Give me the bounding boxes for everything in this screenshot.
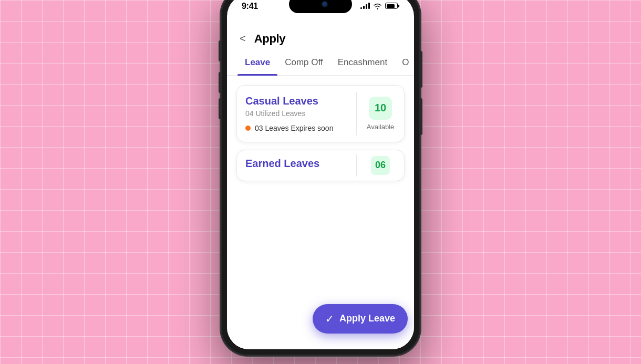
cards-list: Casual Leaves 04 Utilized Leaves 03 Leav… [227, 76, 414, 181]
page-title: Apply [254, 32, 286, 46]
phone-frame: 9:41 [221, 0, 420, 356]
checkmark-icon: ✓ [325, 313, 334, 325]
battery-icon [385, 3, 399, 9]
back-button[interactable]: < [240, 33, 246, 45]
earned-leaves-card[interactable]: Earned Leaves 06 [236, 150, 405, 181]
tab-leave[interactable]: Leave [237, 52, 277, 75]
status-icons [360, 3, 399, 9]
status-time: 9:41 [242, 2, 258, 11]
signal-icon [360, 3, 370, 9]
casual-leaves-title: Casual Leaves [245, 95, 348, 107]
casual-utilized: 04 Utilized Leaves [245, 109, 348, 118]
expiry-row: 03 Leaves Expires soon [245, 124, 348, 132]
phone-mockup: 9:41 [210, 0, 431, 364]
earned-leaves-info: Earned Leaves [237, 150, 356, 181]
expiry-text: 03 Leaves Expires soon [255, 124, 333, 132]
content-area: < Apply Leave Comp Off Encashment Opt [227, 24, 414, 349]
phone-screen: 9:41 [227, 0, 414, 349]
tab-options[interactable]: Optio [395, 52, 409, 75]
earned-available: 06 [357, 150, 404, 181]
casual-available: 10 Available [357, 86, 404, 142]
earned-leaves-title: Earned Leaves [245, 158, 348, 170]
tab-bar: Leave Comp Off Encashment Optio [227, 52, 414, 76]
camera-dot [322, 2, 327, 7]
tab-encashment[interactable]: Encashment [330, 52, 395, 75]
dynamic-island [289, 0, 352, 13]
earned-available-count: 06 [371, 156, 390, 175]
expiry-dot [245, 126, 251, 131]
apply-leave-button[interactable]: ✓ Apply Leave [313, 304, 408, 334]
page-header: < Apply [227, 24, 414, 52]
tab-comp-off[interactable]: Comp Off [277, 52, 330, 75]
casual-leaves-info: Casual Leaves 04 Utilized Leaves 03 Leav… [237, 86, 356, 142]
apply-leave-label: Apply Leave [339, 313, 395, 324]
wifi-icon [373, 3, 382, 9]
casual-available-count: 10 [369, 97, 392, 120]
casual-leaves-card[interactable]: Casual Leaves 04 Utilized Leaves 03 Leav… [236, 85, 405, 142]
casual-available-label: Available [367, 123, 395, 131]
